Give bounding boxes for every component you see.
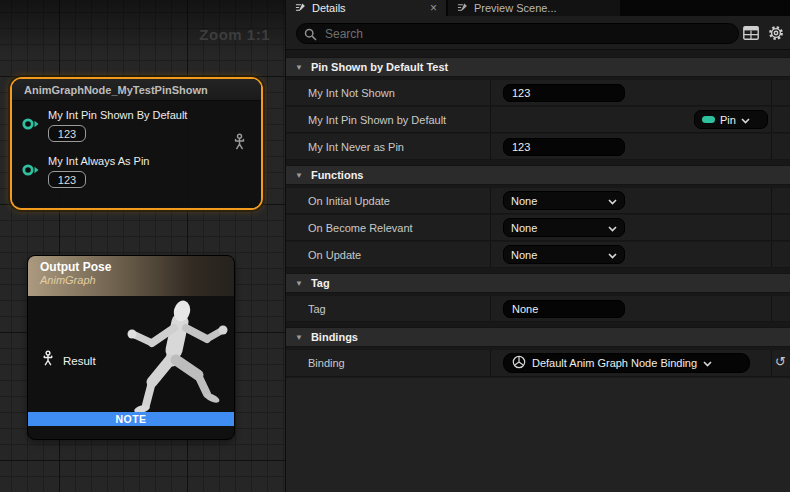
int-pin-icon[interactable]: [21, 163, 40, 181]
function-select-dropdown[interactable]: None: [503, 191, 625, 210]
int-value-input[interactable]: [503, 84, 625, 102]
property-label: Binding: [286, 350, 491, 376]
property-label: On Initial Update: [286, 188, 491, 213]
note-banner[interactable]: NOTE: [28, 412, 234, 426]
property-row-on-initial-update: On Initial Update None: [286, 188, 790, 214]
pin-label: My Int Pin Shown By Default: [48, 109, 261, 122]
property-label: My Int Pin Shown by Default: [286, 107, 491, 132]
tag-input[interactable]: [503, 300, 625, 318]
node-body: Result NOTE: [28, 296, 234, 426]
anim-graph-canvas[interactable]: Zoom 1:1 AnimGraphNode_MyTestPinShown: [0, 0, 285, 492]
function-select-dropdown[interactable]: None: [503, 218, 625, 237]
tab-label: Preview Scene...: [474, 2, 557, 14]
chevron-down-icon: [741, 114, 750, 126]
function-select-dropdown[interactable]: None: [503, 245, 625, 264]
node-header[interactable]: AnimGraphNode_MyTestPinShown: [12, 79, 261, 101]
details-tab-icon: [295, 2, 306, 15]
pin-capsule-icon: [702, 116, 715, 123]
property-row-binding: Binding Default Anim Graph Node Binding: [286, 350, 790, 377]
pin-mode-dropdown[interactable]: Pin: [694, 110, 768, 129]
property-row-my-int-never-as-pin: My Int Never as Pin: [286, 134, 790, 160]
mannequin-illustration: [104, 300, 234, 422]
node-animgraphnode-mytestpinshown[interactable]: AnimGraphNode_MyTestPinShown My Int Pin …: [10, 77, 263, 210]
section-header-functions[interactable]: ▼ Functions: [286, 165, 790, 185]
search-row: [286, 16, 790, 50]
property-label: Tag: [286, 296, 491, 321]
section-header-bindings[interactable]: ▼ Bindings: [286, 327, 790, 347]
tab-label: Details: [312, 2, 346, 14]
reset-to-default-icon[interactable]: ↺: [775, 355, 786, 368]
node-body: AnimGraphNode_MyTestPinShown My Int Pin …: [12, 79, 261, 208]
details-panel: Details × Preview Scene...: [285, 0, 790, 492]
collapse-arrow-icon: ▼: [295, 171, 303, 180]
panel-tab-bar: Details × Preview Scene...: [286, 0, 790, 16]
pin-row-my-int-always-as-pin: My Int Always As Pin: [12, 155, 261, 188]
section-header-tag[interactable]: ▼ Tag: [286, 273, 790, 293]
int-pin-icon[interactable]: [21, 117, 40, 135]
pose-person-pin-icon: [40, 350, 56, 371]
collapse-arrow-icon: ▼: [295, 333, 303, 342]
property-label: On Become Relevant: [286, 215, 491, 240]
preview-scene-tab-icon: [457, 2, 468, 15]
int-value-input[interactable]: [503, 138, 625, 156]
binding-dropdown[interactable]: Default Anim Graph Node Binding: [503, 353, 750, 373]
pin-value-input[interactable]: [48, 125, 86, 142]
display-filter-table-icon[interactable]: [743, 26, 759, 44]
section-header-pin-shown-by-default-test[interactable]: ▼ Pin Shown by Default Test: [286, 57, 790, 77]
node-subtitle: AnimGraph: [40, 274, 222, 286]
search-input[interactable]: [296, 23, 739, 44]
chevron-down-icon: [703, 357, 712, 369]
property-label: My Int Not Shown: [286, 80, 491, 105]
chevron-down-icon: [608, 195, 617, 207]
unreal-editor-screen: Zoom 1:1 AnimGraphNode_MyTestPinShown: [0, 0, 790, 492]
result-pin-label: Result: [63, 355, 96, 367]
property-row-on-become-relevant: On Become Relevant None: [286, 215, 790, 241]
node-title: AnimGraphNode_MyTestPinShown: [24, 84, 208, 96]
settings-gear-icon[interactable]: [768, 25, 784, 45]
property-label: My Int Never as Pin: [286, 134, 491, 159]
node-title: Output Pose: [40, 260, 222, 274]
property-row-on-update: On Update None: [286, 242, 790, 268]
pin-visibility-pushpin-icon[interactable]: [231, 133, 248, 155]
pin-value-input[interactable]: [48, 171, 86, 188]
tab-close-icon[interactable]: ×: [430, 2, 437, 14]
property-row-tag: Tag: [286, 296, 790, 322]
property-label: On Update: [286, 242, 491, 267]
collapse-arrow-icon: ▼: [295, 279, 303, 288]
property-row-my-int-pin-shown-by-default: My Int Pin Shown by Default Pin: [286, 107, 790, 133]
node-output-pose[interactable]: Output Pose AnimGraph: [27, 255, 235, 440]
tab-details[interactable]: Details ×: [286, 0, 446, 16]
node-header[interactable]: Output Pose AnimGraph: [28, 256, 234, 296]
zoom-level-label: Zoom 1:1: [199, 26, 270, 43]
chevron-down-icon: [608, 222, 617, 234]
binding-class-icon: [512, 355, 526, 371]
tab-preview-scene[interactable]: Preview Scene...: [448, 0, 620, 16]
result-pose-pin[interactable]: Result: [40, 350, 96, 371]
note-label: NOTE: [115, 413, 146, 425]
pin-row-my-int-pin-shown-by-default: My Int Pin Shown By Default: [12, 109, 261, 142]
pin-label: My Int Always As Pin: [48, 155, 261, 168]
property-row-my-int-not-shown: My Int Not Shown: [286, 80, 790, 106]
chevron-down-icon: [608, 249, 617, 261]
collapse-arrow-icon: ▼: [295, 63, 303, 72]
